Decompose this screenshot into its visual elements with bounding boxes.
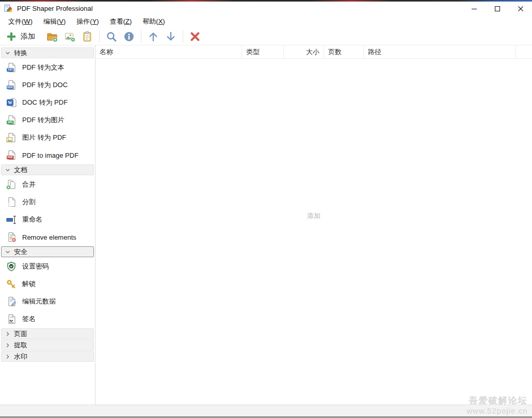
column-header-路径[interactable]: 路径 bbox=[364, 45, 516, 58]
move-down-button[interactable] bbox=[162, 29, 180, 44]
preview-button[interactable] bbox=[103, 29, 120, 44]
toolbar: 添加 bbox=[0, 28, 532, 45]
section-label: 文档 bbox=[14, 165, 27, 175]
preview-magnifier-icon bbox=[106, 31, 117, 42]
sidebar-item-label: 签名 bbox=[22, 314, 36, 324]
chevron-down-icon bbox=[5, 249, 10, 255]
split-icon bbox=[6, 197, 17, 207]
image-to-pdf-icon bbox=[6, 132, 17, 143]
sidebar-item-label: 解锁 bbox=[22, 279, 36, 289]
menu-item-w[interactable]: 文件(W) bbox=[5, 16, 36, 27]
sidebar-item-label: PDF to image PDF bbox=[22, 152, 78, 159]
menu-item-v[interactable]: 编辑(V) bbox=[40, 16, 69, 27]
sidebar-item-pdf-to-doc[interactable]: DOCPDF 转为 DOC bbox=[0, 76, 95, 94]
sidebar-item-rename[interactable]: 重命名 bbox=[0, 211, 95, 228]
add-image-icon bbox=[64, 31, 75, 42]
paste-clipboard-icon bbox=[82, 31, 93, 42]
close-button[interactable] bbox=[509, 2, 532, 15]
maximize-icon bbox=[494, 6, 501, 12]
svg-text:W: W bbox=[8, 100, 12, 105]
svg-text:TXT: TXT bbox=[8, 68, 13, 71]
sidebar-item-label: 重命名 bbox=[22, 215, 42, 224]
column-header-名称[interactable]: 名称 bbox=[95, 45, 242, 58]
remove-button[interactable] bbox=[186, 29, 204, 44]
empty-list-hint: 添加 bbox=[95, 211, 532, 221]
titlebar: PDF Shaper Professional bbox=[0, 2, 532, 15]
svg-text:JPG: JPG bbox=[8, 121, 13, 124]
file-list-panel[interactable]: 名称类型大小页数路径 添加 bbox=[95, 45, 532, 405]
chevron-down-icon bbox=[5, 51, 10, 56]
table-header: 名称类型大小页数路径 bbox=[95, 45, 532, 59]
sidebar-item-pdf-to-image-pdf[interactable]: PDFPDF to image PDF bbox=[0, 146, 95, 164]
minimize-button[interactable] bbox=[462, 2, 486, 15]
doc-to-pdf-icon: W bbox=[6, 97, 17, 108]
sidebar-item-edit-metadata[interactable]: 编辑元数据 bbox=[0, 293, 95, 310]
svg-text:DOC: DOC bbox=[7, 86, 13, 89]
sidebar-item-pdf-to-txt[interactable]: TXTPDF 转为文本 bbox=[0, 59, 95, 76]
sidebar-item-sign[interactable]: 签名 bbox=[0, 310, 95, 328]
column-header-类型[interactable]: 类型 bbox=[242, 45, 284, 58]
sidebar-item-doc-to-pdf[interactable]: WDOC 转为 PDF bbox=[0, 94, 95, 111]
maximize-button[interactable] bbox=[486, 2, 509, 15]
sidebar-item-merge[interactable]: 合并 bbox=[0, 176, 95, 193]
svg-text:PDF: PDF bbox=[8, 156, 13, 159]
section-header-0[interactable]: 转换 bbox=[1, 47, 94, 58]
section-label: 转换 bbox=[14, 48, 27, 58]
section-label: 水印 bbox=[14, 352, 27, 361]
sidebar-item-label: Remove elements bbox=[22, 233, 76, 241]
column-header-大小[interactable]: 大小 bbox=[284, 45, 324, 58]
move-down-icon bbox=[165, 31, 176, 42]
sidebar-item-label: PDF 转为图片 bbox=[22, 115, 65, 125]
sidebar-item-label: 分割 bbox=[22, 197, 36, 207]
chevron-down-icon bbox=[5, 168, 10, 173]
window-title: PDF Shaper Professional bbox=[17, 5, 93, 12]
move-up-icon bbox=[148, 31, 159, 42]
paste-button[interactable] bbox=[78, 29, 96, 44]
window-controls bbox=[462, 2, 532, 15]
add-image-button[interactable] bbox=[61, 29, 78, 44]
sidebar-item-label: PDF 转为 DOC bbox=[22, 80, 68, 90]
column-header-页数[interactable]: 页数 bbox=[324, 45, 364, 58]
section-header-5[interactable]: 水印 bbox=[1, 351, 94, 362]
sidebar-item-label: PDF 转为文本 bbox=[22, 63, 65, 72]
sidebar-item-label: DOC 转为 PDF bbox=[22, 98, 68, 107]
sidebar-item-label: 合并 bbox=[22, 180, 36, 189]
info-button[interactable] bbox=[120, 29, 138, 44]
column-header-filler bbox=[516, 45, 532, 58]
menu-item-z[interactable]: 查看(Z) bbox=[107, 16, 135, 27]
sidebar-item-remove-elements[interactable]: Remove elements bbox=[0, 228, 95, 246]
toolbar-separator bbox=[141, 30, 141, 43]
minimize-icon bbox=[471, 6, 477, 12]
chevron-right-icon bbox=[5, 343, 10, 348]
sidebar-item-label: 设置密码 bbox=[22, 262, 49, 271]
add-button[interactable]: 添加 bbox=[5, 29, 39, 44]
statusbar bbox=[0, 405, 532, 416]
move-up-button[interactable] bbox=[144, 29, 162, 44]
close-icon bbox=[518, 6, 524, 12]
add-folder-button[interactable] bbox=[43, 29, 61, 44]
pdf-to-image-icon: JPG bbox=[6, 115, 17, 125]
merge-icon bbox=[6, 179, 17, 190]
section-header-1[interactable]: 文档 bbox=[1, 164, 94, 175]
menubar: 文件(W)编辑(V)操作(Y)查看(Z)帮助(X) bbox=[0, 15, 532, 28]
sidebar-item-set-password[interactable]: 设置密码 bbox=[0, 258, 95, 275]
remove-elements-icon bbox=[6, 232, 17, 242]
sidebar-item-split[interactable]: 分割 bbox=[0, 193, 95, 211]
remove-icon bbox=[189, 31, 201, 42]
section-header-3[interactable]: 页面 bbox=[1, 328, 94, 339]
chevron-right-icon bbox=[5, 331, 10, 337]
sidebar: 转换TXTPDF 转为文本DOCPDF 转为 DOCWDOC 转为 PDFJPG… bbox=[0, 45, 95, 405]
pdf-to-doc-icon: DOC bbox=[6, 80, 17, 90]
toolbar-separator bbox=[183, 30, 183, 43]
pdf-to-txt-icon: TXT bbox=[6, 62, 17, 73]
section-header-2[interactable]: 安全 bbox=[1, 246, 94, 257]
sidebar-item-unlock[interactable]: 解锁 bbox=[0, 275, 95, 293]
add-plus-icon bbox=[6, 31, 17, 42]
rename-icon bbox=[6, 214, 17, 225]
menu-item-y[interactable]: 操作(Y) bbox=[73, 16, 102, 27]
sidebar-item-label: 编辑元数据 bbox=[22, 297, 56, 306]
menu-item-x[interactable]: 帮助(X) bbox=[139, 16, 168, 27]
sidebar-item-image-to-pdf[interactable]: 图片 转为 PDF bbox=[0, 129, 95, 146]
sidebar-item-pdf-to-image[interactable]: JPGPDF 转为图片 bbox=[0, 111, 95, 129]
section-header-4[interactable]: 提取 bbox=[1, 340, 94, 350]
